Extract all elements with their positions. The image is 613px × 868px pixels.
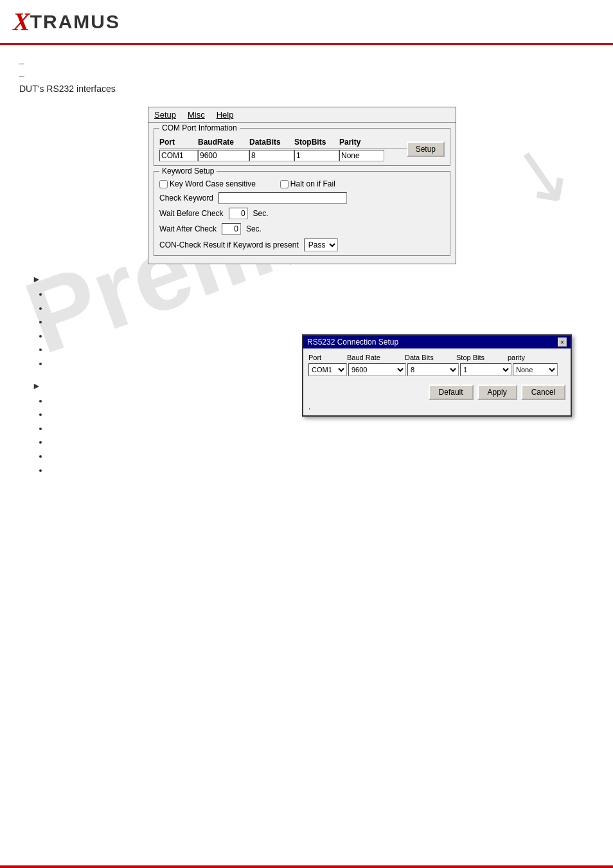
wait-before-check-input[interactable] [229, 208, 248, 219]
dialog-body: COM Port Information Setup Port BaudRate… [148, 123, 456, 264]
case-sensitive-checkbox-item: Key Word Case sensitive [159, 179, 256, 188]
col-databits: DataBits [249, 138, 294, 147]
popup-databits-select[interactable]: 8 7 [407, 363, 459, 376]
keyword-group-label: Keyword Setup [159, 167, 217, 176]
table-header: Port BaudRate DataBits StopBits Parity [159, 138, 445, 149]
menu-bar: Setup Misc Help [148, 107, 456, 123]
wait-before-check-unit: Sec. [253, 209, 269, 218]
list-item [48, 315, 594, 329]
popup-buttons: Default Apply Cancel [308, 381, 565, 400]
popup-col-parity: parity [508, 354, 553, 361]
wait-before-check-label: Wait Before Check [159, 209, 224, 218]
col-parity: Parity [339, 138, 384, 147]
dash1: – [19, 58, 594, 68]
wait-after-check-row: Wait After Check Sec. [159, 223, 445, 235]
check-keyword-row: Check Keyword [159, 192, 445, 204]
keyword-row1: Key Word Case sensitive Halt on if Fail [159, 179, 445, 188]
popup-title: RS5232 Connection Setup [307, 338, 398, 347]
list-item [48, 449, 594, 464]
wait-before-check-row: Wait Before Check Sec. [159, 208, 445, 219]
halt-on-fail-checkbox-item: Halt on if Fail [280, 179, 335, 188]
check-keyword-label: Check Keyword [159, 194, 213, 203]
setup-button[interactable]: Setup [407, 141, 445, 157]
cell-port: COM1 [159, 150, 198, 161]
check-keyword-input[interactable] [218, 192, 347, 204]
rs232-popup: RS5232 Connection Setup × Port Baud Rate… [302, 334, 572, 417]
menu-help[interactable]: Help [214, 109, 236, 120]
logo-tramus: TRAMUS [30, 11, 120, 33]
con-check-label: CON-Check Result if Keyword is present [159, 240, 299, 249]
page-subtitle: DUT's RS232 interfaces [19, 84, 594, 94]
popup-col-port: Port [308, 354, 347, 361]
popup-title-bar: RS5232 Connection Setup × [303, 336, 571, 348]
menu-setup[interactable]: Setup [152, 109, 179, 120]
popup-port-select[interactable]: COM1 COM2 COM3 [308, 363, 347, 376]
dash2: – [19, 71, 594, 81]
wait-after-check-input[interactable] [222, 223, 241, 235]
popup-baudrate-select[interactable]: 9600 115200 57600 38400 19200 [348, 363, 406, 376]
popup-parity-select[interactable]: None Even Odd [513, 363, 558, 376]
list-item [48, 422, 594, 436]
content: – – DUT's RS232 interfaces Setup Misc He… [0, 45, 613, 495]
cell-databits: 8 [249, 150, 294, 161]
con-check-select[interactable]: Pass Fail [304, 239, 338, 251]
wait-after-check-unit: Sec. [246, 224, 262, 233]
col-baudrate: BaudRate [198, 138, 249, 147]
header: X TRAMUS [0, 0, 613, 45]
list-item [48, 435, 594, 449]
popup-column-headers: Port Baud Rate Data Bits Stop Bits parit… [308, 354, 565, 361]
case-sensitive-checkbox[interactable] [159, 180, 168, 188]
cancel-button[interactable]: Cancel [521, 384, 565, 400]
halt-on-fail-label: Halt on if Fail [290, 179, 335, 188]
halt-on-fail-checkbox[interactable] [280, 180, 289, 188]
menu-misc[interactable]: Misc [185, 109, 208, 120]
popup-col-databits: Data Bits [405, 354, 456, 361]
com-port-group-label: COM Port Information [159, 123, 240, 132]
popup-close-button[interactable]: × [558, 338, 567, 347]
default-button[interactable]: Default [429, 384, 474, 400]
table-data-row: COM1 9600 8 1 None [159, 150, 445, 161]
popup-col-stopbits: Stop Bits [456, 354, 508, 361]
col-stopbits: StopBits [294, 138, 339, 147]
wait-after-check-label: Wait After Check [159, 224, 217, 233]
cell-stopbits: 1 [294, 150, 339, 161]
cell-baudrate: 9600 [198, 150, 249, 161]
cell-parity: None [339, 150, 384, 161]
list-item [48, 287, 594, 302]
main-dialog-panel: Setup Misc Help COM Port Information Set… [148, 107, 456, 264]
con-check-row: CON-Check Result if Keyword is present P… [159, 239, 445, 251]
popup-stopbits-select[interactable]: 1 2 [460, 363, 511, 376]
col-port: Port [159, 138, 198, 147]
list-item [48, 464, 594, 478]
case-sensitive-label: Key Word Case sensitive [170, 179, 256, 188]
arrow-marker-1: ► [32, 274, 594, 284]
popup-controls-row: COM1 COM2 COM3 9600 115200 57600 38400 1… [308, 363, 565, 376]
list-item [48, 302, 594, 316]
popup-col-baudrate: Baud Rate [347, 354, 405, 361]
logo-x: X [13, 6, 30, 37]
comma-note: , [308, 402, 565, 410]
popup-body: Port Baud Rate Data Bits Stop Bits parit… [303, 348, 571, 415]
footer-line [0, 865, 613, 868]
keyword-setup-group: Keyword Setup Key Word Case sensitive Ha… [154, 171, 450, 256]
com-port-group: COM Port Information Setup Port BaudRate… [154, 128, 450, 166]
apply-button[interactable]: Apply [477, 384, 517, 400]
